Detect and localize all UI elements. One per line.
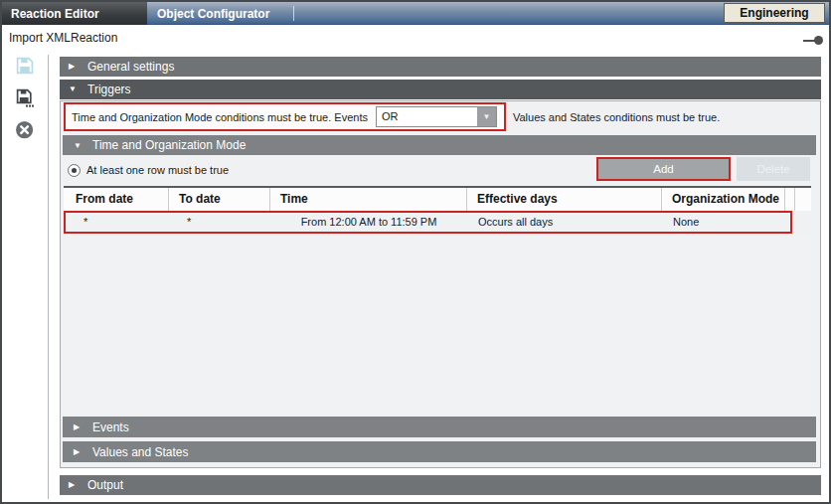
condition-text-left: Time and Organization Mode conditions mu…: [72, 111, 368, 123]
column-header-time[interactable]: Time: [270, 188, 467, 211]
dropdown-button[interactable]: ▼: [477, 107, 496, 126]
section-triggers[interactable]: ▼ Triggers: [60, 80, 821, 99]
dropdown-arrow-icon: ▼: [483, 113, 491, 121]
chevron-right-icon: ▶: [74, 422, 83, 431]
tab-separator: [293, 6, 294, 21]
column-header-spacer: [785, 188, 795, 211]
column-header-effective-days[interactable]: Effective days: [467, 188, 662, 211]
chevron-right-icon: ▶: [69, 481, 79, 489]
save-icon: [15, 64, 35, 79]
radio-dot: [72, 168, 77, 173]
condition-text-right: Values and States conditions must be tru…: [513, 111, 720, 123]
app-window: Reaction Editor Object Configurator Engi…: [0, 0, 831, 504]
section-label: Events: [92, 420, 129, 434]
cell-organization-mode: None: [662, 213, 790, 232]
selected-operator: OR: [377, 107, 477, 126]
column-header-organization-mode[interactable]: Organization Mode: [662, 188, 785, 211]
pin-icon[interactable]: [803, 36, 823, 45]
column-header-to-date[interactable]: To date: [169, 188, 270, 211]
highlighted-condition-group: Time and Organization Mode conditions mu…: [64, 102, 506, 131]
tab-reaction-editor[interactable]: Reaction Editor: [2, 2, 147, 25]
section-label: Values and States: [92, 445, 189, 459]
chevron-right-icon: ▶: [69, 63, 79, 71]
section-general-settings[interactable]: ▶ General settings: [60, 57, 821, 77]
engineering-button[interactable]: Engineering: [724, 3, 825, 23]
table-row[interactable]: * * From 12:00 AM to 11:59 PM Occurs all…: [64, 211, 792, 234]
section-output[interactable]: ▶ Output: [60, 475, 821, 495]
cancel-icon: [15, 128, 35, 143]
add-button[interactable]: Add: [596, 157, 731, 181]
save-as-icon: [15, 96, 35, 111]
window-content: Reaction Editor Object Configurator Engi…: [2, 2, 829, 502]
cell-effective-days: Occurs all days: [467, 213, 662, 232]
section-label: Time and Organization Mode: [92, 138, 246, 152]
top-tab-bar: Reaction Editor Object Configurator Engi…: [2, 2, 829, 25]
trigger-table-header: From date To date Time Effective days Or…: [64, 186, 811, 211]
breadcrumb: Import XMLReaction: [9, 31, 117, 45]
cell-time: From 12:00 AM to 11:59 PM: [270, 213, 467, 232]
section-label: General settings: [87, 60, 174, 74]
save-button[interactable]: [14, 56, 36, 78]
delete-button[interactable]: Delete: [737, 157, 810, 181]
section-label: Output: [87, 478, 123, 492]
tab-label: Object Configurator: [157, 7, 269, 21]
chevron-down-icon: ▼: [74, 141, 83, 150]
tab-label: Reaction Editor: [11, 7, 99, 21]
cancel-button[interactable]: [14, 120, 36, 142]
section-events[interactable]: ▶ Events: [63, 417, 816, 437]
chevron-down-icon: ▼: [69, 85, 79, 93]
column-header-from-date[interactable]: From date: [64, 188, 169, 211]
table-empty-area: [64, 234, 811, 415]
save-as-button[interactable]: [14, 88, 36, 110]
events-operator-select[interactable]: OR ▼: [376, 106, 497, 127]
column-header-spacer: [795, 188, 811, 211]
triggers-panel: Time and Organization Mode conditions mu…: [60, 100, 821, 468]
cell-from-date: *: [66, 213, 169, 232]
section-time-and-organization-mode[interactable]: ▼ Time and Organization Mode: [63, 135, 816, 155]
cell-to-date: *: [169, 213, 270, 232]
tab-object-configurator[interactable]: Object Configurator: [157, 2, 269, 25]
breadcrumb-row: Import XMLReaction: [2, 25, 829, 52]
trigger-condition-row: Time and Organization Mode conditions mu…: [64, 102, 720, 131]
section-values-and-states[interactable]: ▶ Values and States: [63, 441, 816, 462]
radio-label: At least one row must be true: [86, 164, 229, 176]
sidebar-divider: [48, 55, 49, 499]
radio-at-least-one-row[interactable]: [68, 164, 81, 177]
chevron-right-icon: ▶: [74, 447, 83, 456]
section-label: Triggers: [87, 83, 131, 96]
